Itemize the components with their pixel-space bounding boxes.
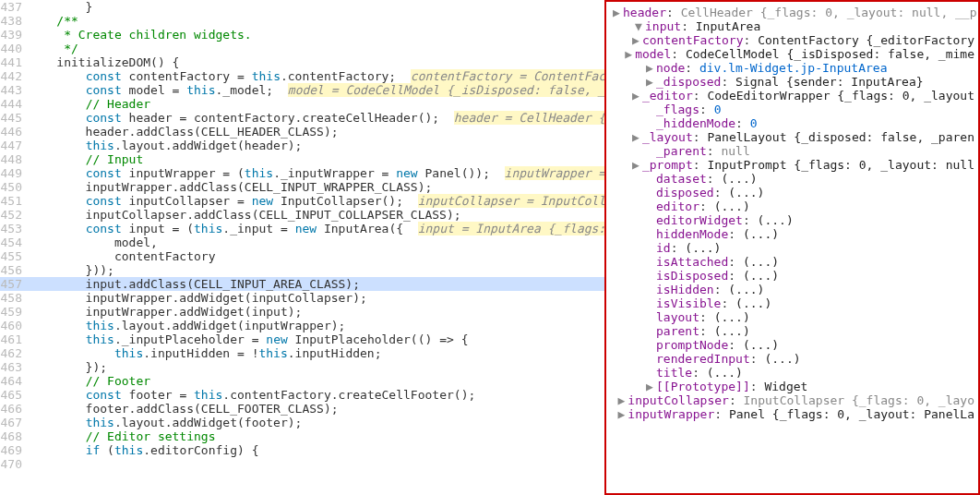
disclosure-triangle-icon[interactable]: ▶ xyxy=(643,380,656,393)
code-line[interactable]: 466 footer.addClass(CELL_FOOTER_CLASS); xyxy=(0,402,604,416)
code-line[interactable]: 453 const input = (this._input = new Inp… xyxy=(0,222,604,235)
code-line[interactable]: 456 })); xyxy=(0,263,604,277)
code-line[interactable]: 465 const footer = this.contentFactory.c… xyxy=(0,388,604,402)
property-value: Panel {_flags: 0, _layout: PanelLa xyxy=(729,407,974,421)
disclosure-triangle-icon[interactable]: ▶ xyxy=(615,407,627,421)
code-line[interactable]: 469 if (this.editorConfig) { xyxy=(0,443,604,457)
debug-row[interactable]: ▼input: InputArea xyxy=(606,19,978,33)
debug-row[interactable]: ▶inputCollapser: InputCollapser {_flags:… xyxy=(606,393,978,407)
code-line[interactable]: 463 }); xyxy=(0,360,604,374)
debug-row[interactable]: id: (...) xyxy=(606,241,978,255)
debug-row[interactable]: hiddenMode: (...) xyxy=(606,227,978,241)
property-value: (...) xyxy=(714,324,750,338)
disclosure-triangle-icon[interactable]: ▶ xyxy=(629,33,642,47)
debug-row[interactable]: ▶_editor: CodeEditorWrapper {_flags: 0, … xyxy=(606,89,978,103)
code-line[interactable]: 458 inputWrapper.addWidget(inputCollapse… xyxy=(0,291,604,305)
code-line[interactable]: 446 header.addClass(CELL_HEADER_CLASS); xyxy=(0,125,604,139)
debug-row[interactable]: ▶_disposed: Signal {sender: InputArea} xyxy=(606,75,978,89)
debug-pane[interactable]: ▶header: CellHeader {_flags: 0, _layout:… xyxy=(604,0,980,495)
line-number: 442 xyxy=(0,69,28,83)
code-line[interactable]: 467 this.layout.addWidget(footer); xyxy=(0,416,604,429)
property-name: _prompt xyxy=(642,158,693,172)
disclosure-triangle-icon[interactable]: ▼ xyxy=(632,19,645,33)
debug-row[interactable]: ▶contentFactory: ContentFactory {_editor… xyxy=(606,33,978,47)
code-line[interactable]: 464 // Footer xyxy=(0,374,604,388)
code-line[interactable]: 445 const header = contentFactory.create… xyxy=(0,111,604,125)
code-line[interactable]: 448 // Input xyxy=(0,152,604,166)
code-line[interactable]: 455 contentFactory xyxy=(0,249,604,263)
code-line[interactable]: 468 // Editor settings xyxy=(0,429,604,443)
line-number: 447 xyxy=(0,139,28,152)
disclosure-triangle-icon[interactable]: ▶ xyxy=(629,89,642,103)
code-line[interactable]: 461 this._inputPlaceholder = new InputPl… xyxy=(0,332,604,346)
disclosure-triangle-icon[interactable]: ▶ xyxy=(610,6,623,19)
debug-row[interactable]: ▶header: CellHeader {_flags: 0, _layout:… xyxy=(606,6,978,19)
line-code: const contentFactory = this.contentFacto… xyxy=(28,69,604,83)
property-value: CellHeader {_flags: 0, _layout: null, __… xyxy=(681,6,977,19)
debug-row[interactable]: ▶_prompt: InputPrompt {_flags: 0, _layou… xyxy=(606,158,978,172)
debug-row[interactable]: disposed: (...) xyxy=(606,186,978,199)
property-value: PanelLayout {_disposed: false, _paren xyxy=(707,130,974,144)
property-value: (...) xyxy=(707,366,743,380)
code-line[interactable]: 439 * Create children widgets. xyxy=(0,28,604,42)
debug-row[interactable]: _hiddenMode: 0 xyxy=(606,116,978,130)
line-code: })); xyxy=(28,263,604,277)
debug-row[interactable]: parent: (...) xyxy=(606,324,978,338)
disclosure-triangle-icon[interactable]: ▶ xyxy=(629,158,642,172)
code-line[interactable]: 440 */ xyxy=(0,42,604,55)
disclosure-triangle-icon[interactable]: ▶ xyxy=(643,61,656,75)
debug-row[interactable]: ▶[[Prototype]]: Widget xyxy=(606,380,978,393)
code-line[interactable]: 441 initializeDOM() { xyxy=(0,55,604,69)
debug-row[interactable]: editor: (...) xyxy=(606,199,978,213)
code-line[interactable]: 447 this.layout.addWidget(header); xyxy=(0,139,604,152)
line-number: 448 xyxy=(0,152,28,166)
debug-row[interactable]: title: (...) xyxy=(606,366,978,380)
debug-row[interactable]: layout: (...) xyxy=(606,310,978,324)
debug-row[interactable]: _flags: 0 xyxy=(606,103,978,116)
debug-row[interactable]: dataset: (...) xyxy=(606,172,978,186)
code-line[interactable]: 450 inputWrapper.addClass(CELL_INPUT_WRA… xyxy=(0,180,604,194)
debug-row[interactable]: renderedInput: (...) xyxy=(606,352,978,366)
code-line[interactable]: 443 const model = this._model; model = C… xyxy=(0,83,604,97)
debug-row[interactable]: isDisposed: (...) xyxy=(606,269,978,283)
property-name: title xyxy=(656,366,692,380)
code-line[interactable]: 452 inputCollapser.addClass(CELL_INPUT_C… xyxy=(0,208,604,222)
debug-row[interactable]: ▶model: CodeCellModel {_isDisposed: fals… xyxy=(606,47,978,61)
debug-row[interactable]: ▶node: div.lm-Widget.jp-InputArea xyxy=(606,61,978,75)
debug-row[interactable]: promptNode: (...) xyxy=(606,338,978,352)
line-code: const footer = this.contentFactory.creat… xyxy=(28,388,604,402)
debug-row[interactable]: isAttached: (...) xyxy=(606,255,978,269)
code-line[interactable]: 457 input.addClass(CELL_INPUT_AREA_CLASS… xyxy=(0,277,604,291)
debug-row[interactable]: isHidden: (...) xyxy=(606,283,978,296)
property-value: CodeEditorWrapper {_flags: 0, _layout xyxy=(707,89,974,103)
property-name: layout xyxy=(656,310,699,324)
line-code: const header = contentFactory.createCell… xyxy=(28,111,604,125)
code-line[interactable]: 459 inputWrapper.addWidget(input); xyxy=(0,305,604,319)
code-line[interactable]: 438 /** xyxy=(0,14,604,28)
code-line[interactable]: 454 model, xyxy=(0,235,604,249)
debug-row[interactable]: ▶_layout: PanelLayout {_disposed: false,… xyxy=(606,130,978,144)
disclosure-triangle-icon[interactable]: ▶ xyxy=(615,393,627,407)
disclosure-triangle-icon[interactable]: ▶ xyxy=(629,130,642,144)
property-name: _flags xyxy=(656,103,699,116)
property-name: hiddenMode xyxy=(656,227,728,241)
code-line[interactable]: 442 const contentFactory = this.contentF… xyxy=(0,69,604,83)
line-code: const input = (this._input = new InputAr… xyxy=(28,222,604,235)
code-line[interactable]: 462 this.inputHidden = !this.inputHidden… xyxy=(0,346,604,360)
disclosure-triangle-icon[interactable]: ▶ xyxy=(622,47,635,61)
debug-row[interactable]: editorWidget: (...) xyxy=(606,213,978,227)
debug-row[interactable]: _parent: null xyxy=(606,144,978,158)
disclosure-triangle-icon[interactable]: ▶ xyxy=(643,75,656,89)
code-pane[interactable]: 437 }438 /**439 * Create children widget… xyxy=(0,0,604,495)
line-code: model, xyxy=(28,235,604,249)
debug-row[interactable]: isVisible: (...) xyxy=(606,296,978,310)
code-line[interactable]: 451 const inputCollapser = new InputColl… xyxy=(0,194,604,208)
code-line[interactable]: 449 const inputWrapper = (this._inputWra… xyxy=(0,166,604,180)
line-number: 441 xyxy=(0,55,28,69)
code-line[interactable]: 460 this.layout.addWidget(inputWrapper); xyxy=(0,319,604,332)
code-line[interactable]: 470 xyxy=(0,457,604,471)
code-line[interactable]: 437 } xyxy=(0,0,604,14)
debug-row[interactable]: ▶inputWrapper: Panel {_flags: 0, _layout… xyxy=(606,407,978,421)
code-line[interactable]: 444 // Header xyxy=(0,97,604,111)
line-number: 456 xyxy=(0,263,28,277)
